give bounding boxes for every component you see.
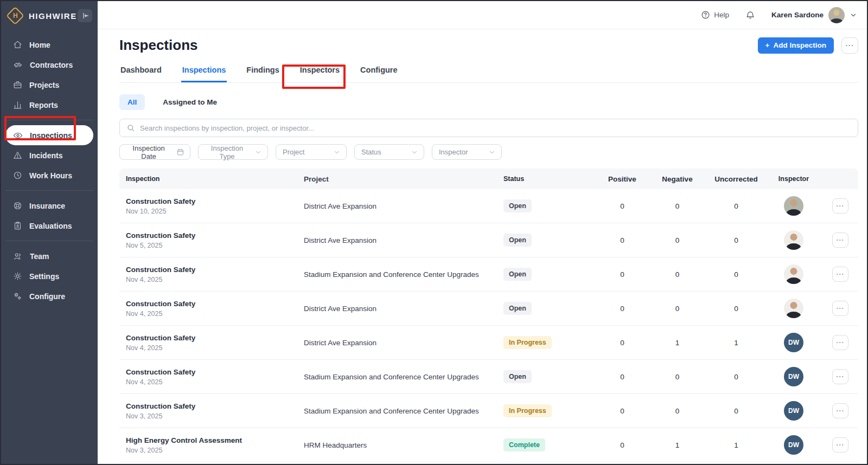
project-name: Stadium Expansion and Conference Center … bbox=[297, 407, 497, 415]
positive-count: 0 bbox=[596, 305, 649, 313]
table-row[interactable]: Construction SafetyNov 4, 2025District A… bbox=[119, 326, 858, 360]
status-badge: Open bbox=[503, 234, 532, 247]
brand-name: HIGHWIRE bbox=[29, 11, 77, 21]
chevron-down-icon bbox=[411, 148, 418, 156]
sidebar-item-label: Team bbox=[30, 252, 49, 261]
help-button[interactable]: Help bbox=[701, 10, 729, 20]
sidebar-collapse-button[interactable] bbox=[78, 9, 92, 22]
sidebar-item-work-hours[interactable]: Work Hours bbox=[5, 165, 93, 185]
column-header-inspection[interactable]: Inspection bbox=[119, 175, 297, 183]
negative-count: 1 bbox=[649, 339, 706, 347]
sidebar-item-incidents[interactable]: Incidents bbox=[5, 145, 93, 165]
add-inspection-button[interactable]: + Add Inspection bbox=[758, 37, 834, 54]
tab-bar: DashboardInspectionsFindingsInspectorsCo… bbox=[119, 60, 858, 83]
column-header-project[interactable]: Project bbox=[297, 175, 497, 183]
sidebar-item-team[interactable]: Team bbox=[5, 246, 93, 266]
project-name: District Ave Expansion bbox=[297, 236, 497, 244]
tab-inspectors[interactable]: Inspectors bbox=[299, 60, 341, 82]
status-badge: Open bbox=[503, 370, 532, 383]
column-header-uncorrected[interactable]: Uncorrected bbox=[706, 175, 767, 183]
status-badge: In Progress bbox=[503, 404, 552, 417]
highwire-logo-icon: H bbox=[6, 7, 24, 25]
negative-count: 1 bbox=[649, 441, 706, 449]
chevron-down-icon bbox=[488, 148, 496, 156]
filter-inspection-date[interactable]: Inspection Date bbox=[119, 144, 190, 160]
search-icon bbox=[126, 124, 135, 132]
sidebar: H HIGHWIRE HomeContractorsProjectsReport… bbox=[1, 1, 98, 464]
sidebar-divider bbox=[5, 120, 93, 120]
table-row[interactable]: Construction SafetyNov 3, 2025Stadium Ex… bbox=[119, 394, 858, 428]
inspector-photo-avatar bbox=[784, 264, 803, 284]
top-header-bar: Help Karen Sardone bbox=[98, 1, 867, 29]
search-input[interactable] bbox=[140, 124, 851, 132]
tab-configure[interactable]: Configure bbox=[359, 60, 398, 82]
positive-count: 0 bbox=[596, 236, 649, 244]
toggle-all[interactable]: All bbox=[119, 94, 145, 110]
sidebar-item-insurance[interactable]: Insurance bbox=[5, 196, 93, 216]
tab-inspections[interactable]: Inspections bbox=[181, 60, 227, 82]
negative-count: 0 bbox=[649, 305, 706, 313]
row-actions-button[interactable]: ··· bbox=[832, 437, 848, 453]
row-actions-button[interactable]: ··· bbox=[832, 403, 848, 418]
inspection-date: Nov 3, 2025 bbox=[126, 412, 297, 420]
sidebar-item-home[interactable]: Home bbox=[5, 35, 93, 55]
sidebar-item-label: Projects bbox=[29, 81, 59, 89]
row-actions-button[interactable]: ··· bbox=[832, 232, 848, 248]
tab-findings[interactable]: Findings bbox=[245, 60, 280, 82]
notifications-bell-button[interactable] bbox=[745, 10, 755, 20]
sidebar-item-inspections[interactable]: Inspections bbox=[5, 125, 93, 145]
table-row[interactable]: Construction SafetyNov 10, 2025District … bbox=[119, 189, 858, 223]
sidebar-item-label: Insurance bbox=[29, 202, 65, 210]
help-circle-icon bbox=[701, 10, 710, 20]
filter-inspection-type[interactable]: Inspection Type bbox=[198, 144, 268, 160]
inspection-date: Nov 3, 2025 bbox=[126, 447, 297, 454]
sidebar-item-reports[interactable]: Reports bbox=[5, 95, 93, 115]
filter-label: Inspection Type bbox=[205, 144, 249, 160]
status-badge: Open bbox=[503, 268, 532, 281]
table-row[interactable]: Construction SafetyNov 4, 2025District A… bbox=[119, 292, 858, 326]
positive-count: 0 bbox=[596, 202, 649, 210]
add-inspection-label: Add Inspection bbox=[774, 41, 827, 49]
uncorrected-count: 1 bbox=[706, 339, 767, 347]
sidebar-item-settings[interactable]: Settings bbox=[5, 266, 93, 286]
filter-label: Status bbox=[361, 148, 381, 156]
help-label: Help bbox=[714, 11, 729, 19]
sidebar-item-configure[interactable]: Configure bbox=[5, 286, 93, 306]
tab-dashboard[interactable]: Dashboard bbox=[119, 60, 163, 82]
uncorrected-count: 0 bbox=[706, 373, 767, 381]
inspector-initials-avatar: DW bbox=[784, 435, 803, 455]
table-row[interactable]: Construction SafetyNov 4, 2025Stadium Ex… bbox=[119, 360, 858, 394]
inspector-photo-avatar bbox=[784, 299, 803, 318]
positive-count: 0 bbox=[596, 441, 649, 449]
column-header-negative[interactable]: Negative bbox=[649, 175, 706, 183]
table-row[interactable]: Construction SafetyNov 5, 2025District A… bbox=[119, 223, 858, 257]
uncorrected-count: 0 bbox=[706, 305, 767, 313]
home-icon bbox=[13, 40, 22, 49]
filter-status[interactable]: Status bbox=[354, 144, 424, 160]
sidebar-item-contractors[interactable]: Contractors bbox=[5, 55, 93, 75]
logo-row: H HIGHWIRE bbox=[1, 1, 98, 30]
row-actions-button[interactable]: ··· bbox=[832, 301, 848, 316]
sidebar-item-evaluations[interactable]: Evaluations bbox=[5, 216, 93, 236]
sidebar-item-label: Reports bbox=[29, 101, 58, 109]
column-header-inspector[interactable]: Inspector bbox=[767, 175, 821, 183]
column-header-positive[interactable]: Positive bbox=[596, 175, 649, 183]
sidebar-divider bbox=[5, 190, 93, 191]
table-row[interactable]: Construction SafetyNov 4, 2025Stadium Ex… bbox=[119, 257, 858, 292]
table-row[interactable]: High Energy Control AssessmentNov 3, 202… bbox=[119, 428, 858, 462]
inspection-name: Construction Safety bbox=[126, 368, 297, 376]
inspection-date: Nov 5, 2025 bbox=[126, 242, 297, 249]
column-header-status[interactable]: Status bbox=[497, 175, 596, 183]
filter-project[interactable]: Project bbox=[276, 144, 347, 160]
page-more-actions-button[interactable]: ··· bbox=[841, 37, 858, 54]
toggle-assigned-to-me[interactable]: Assigned to Me bbox=[155, 94, 225, 110]
row-actions-button[interactable]: ··· bbox=[832, 198, 848, 214]
sidebar-item-projects[interactable]: Projects bbox=[5, 75, 93, 95]
page-title: Inspections bbox=[119, 37, 197, 54]
row-actions-button[interactable]: ··· bbox=[832, 335, 848, 350]
row-actions-button[interactable]: ··· bbox=[832, 369, 848, 384]
filter-inspector[interactable]: Inspector bbox=[432, 144, 502, 160]
negative-count: 0 bbox=[649, 270, 706, 279]
row-actions-button[interactable]: ··· bbox=[832, 267, 848, 282]
user-menu[interactable]: Karen Sardone bbox=[771, 7, 857, 23]
